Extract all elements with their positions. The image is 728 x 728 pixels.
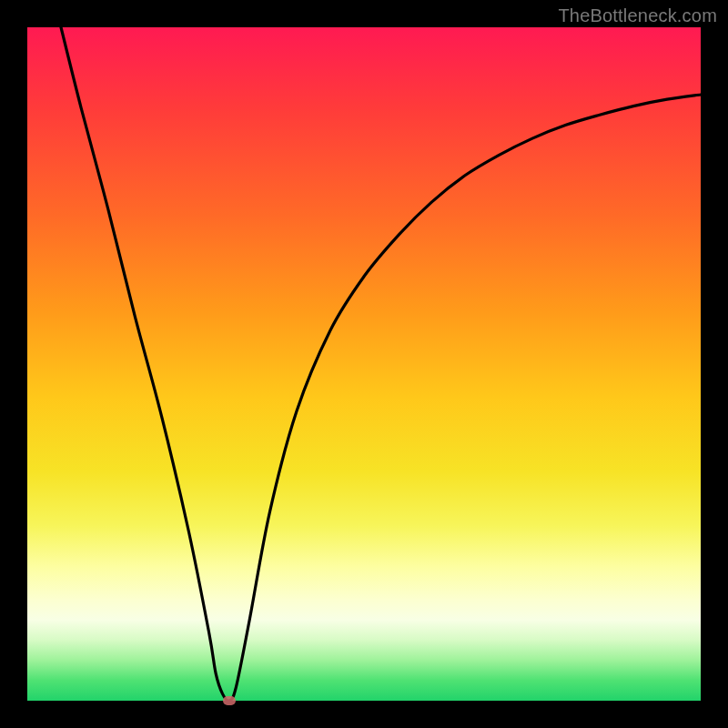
bottleneck-curve: [61, 27, 701, 701]
min-point-marker: [223, 696, 236, 705]
chart-container: TheBottleneck.com: [0, 0, 728, 728]
plot-area: [27, 27, 701, 701]
curve-svg: [27, 27, 701, 701]
watermark-label: TheBottleneck.com: [558, 5, 717, 26]
